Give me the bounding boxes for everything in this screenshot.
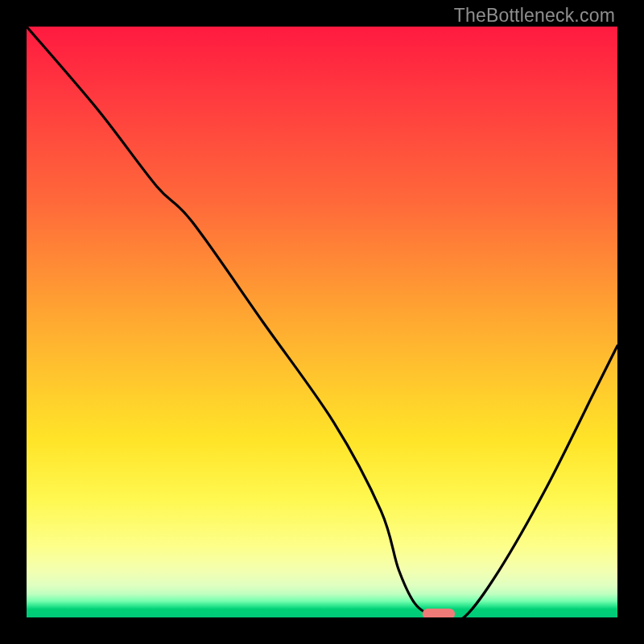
chart-svg: [27, 27, 617, 617]
curve-line: [27, 27, 617, 617]
bottleneck-curve: [27, 27, 617, 617]
optimum-marker: [423, 609, 455, 617]
watermark-text: TheBottleneck.com: [454, 5, 615, 27]
chart-frame: [27, 27, 617, 617]
marker-pill: [423, 609, 455, 617]
plot-area: [27, 27, 617, 617]
